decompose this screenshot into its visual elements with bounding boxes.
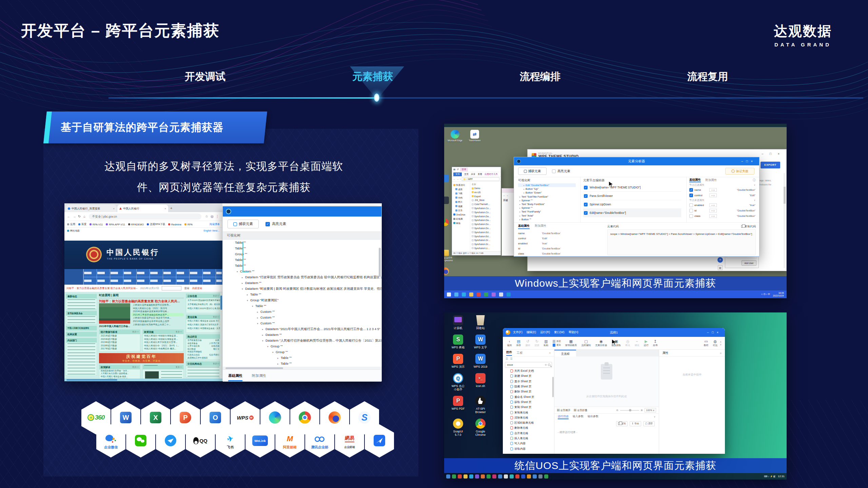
hot-item[interactable]: 公开市场业务在线访谈 [186,345,221,348]
export-log-button[interactable]: ↥ 导出 [630,421,641,426]
add-user-button[interactable]: Add User [742,260,756,266]
control-list-item[interactable]: 插入单元格 [503,436,554,441]
explorer-file-row[interactable]: Syncfusion.Do… [470,226,501,230]
reading-list[interactable]: 阅读清单 [210,223,220,226]
control-list-item[interactable]: 合并单元格 [503,431,554,436]
forward-icon[interactable]: → [457,178,459,180]
taskbar-app-icon[interactable] [492,292,496,297]
browser-vertical-scrollbar[interactable] [220,292,222,379]
explorer-file-row[interactable]: Syncfusion.Gr… [470,238,501,242]
explorer-manage-tab[interactable]: 管理 [460,168,468,171]
control-list-item[interactable]: 删除单元格 [503,425,554,430]
uos-desktop-icon[interactable]: S WPS 表格 [447,334,469,349]
uos-desktop-icon[interactable]: SoapUI5.7.0 [447,419,469,436]
tree-horizontal-scrollbar[interactable] [223,367,381,369]
notice-item[interactable]: 中国人民银行2022年度分行公务员招... [186,306,221,310]
news-item[interactable]: 人民银行副行长刘桂平线上出席二十... [132,323,184,326]
tree-node[interactable]: ▾Group "" [223,343,381,349]
checkbox-unchecked[interactable] [552,169,556,173]
more-link[interactable]: 更多>> [213,294,219,298]
control-list-item[interactable]: 写入内容 [503,441,554,446]
tree-node[interactable]: ▸DataItem "" [223,280,381,286]
uos-desktop-icon[interactable]: W WPS 2019 [469,354,492,368]
explorer-nav-item[interactable]: 文档 [452,196,470,200]
tree-node[interactable]: ▾DataItem "时政要闻 | 新闻 时政要闻区 统计数据与标准区 政策法规… [223,286,381,291]
prop-row[interactable]: ✓enabled= ∨"true" [689,202,755,208]
studio-scrollbar[interactable] [784,173,786,268]
dock-app-icon[interactable] [504,474,508,479]
stats-item[interactable]: 2018年统计数据 [99,344,140,347]
tree-node[interactable]: Table "" [223,257,381,263]
ticker-headline[interactable]: 刘桂平：努力以普惠金融的高质量发展 助力全体人民共同富裕-- [66,287,138,290]
uos-desktop-icon[interactable]: 计算机 [447,315,469,330]
control-list-item[interactable]: 清除单元格 [503,415,554,420]
star-icon[interactable]: ☆ [205,215,208,218]
hot-item[interactable]: 中国货币博物馆 [186,350,221,353]
control-list-item[interactable]: 显示 Sheet 页 [503,379,554,384]
taskbar-app-icon[interactable] [469,292,473,297]
prop-row[interactable]: ✓name= ∨"DoubleTextBox" [689,187,755,192]
tab-basic-props[interactable]: 基础属性 [228,373,242,378]
explorer-file-row[interactable]: Syncfusion.Da… [470,215,501,219]
highlight-element-checkbox[interactable]: 高亮元素 [552,169,570,174]
notice-item[interactable]: 关于2020年度金融科技发展奖评审结... [186,298,221,302]
more-link[interactable]: 更多>> [132,330,139,334]
desktop-icon-firefox[interactable] [444,267,449,275]
reload-icon[interactable]: ↻ [78,215,81,218]
stage-tab[interactable]: 流程编排 [503,70,577,84]
toolbar-item[interactable]: ▢流程编制 [579,339,593,347]
element-code[interactable]: scope > Window[name="WPF THEME STUDIO"] … [607,229,756,255]
verify-failed-button[interactable]: !验证失败 [725,168,754,175]
analyzer-window-buttons[interactable]: –□× [741,157,756,165]
tree-node[interactable]: ▾Custom "" [223,320,381,326]
tree-node[interactable]: Table "" [223,245,381,251]
opinion-item[interactable]: 中国人民银行 银保监会 证监会 外汇局 [186,319,221,323]
node-editor-row[interactable]: ✓Spinner.UpDown [583,200,681,209]
toolbar-item[interactable]: ▦管理依赖库 [563,339,579,347]
taskbar-clock[interactable]: 16:052022/10/24 [773,292,784,297]
explorer-file-row[interactable]: Syncfusion.Co… [470,210,501,215]
explorer-file-row[interactable]: .DS_Store [470,198,501,202]
node-editor-row[interactable]: ✓Window[name="WPF THEME STUDIO"] [583,183,681,192]
dock-app-icon[interactable] [498,474,502,479]
video-thumbnail[interactable] [145,371,159,379]
tab-basic-props[interactable]: 基础属性 [518,224,530,229]
clear-icon[interactable]: ⊗ [545,363,547,366]
control-list-item[interactable]: 隐藏 Sheet 页 [503,384,554,389]
explorer-nav-item[interactable]: 网络 [452,221,470,226]
bookmark-item[interactable]: 百度 [78,223,86,226]
bookmark-item[interactable]: 网站地图 [67,229,80,232]
policy-item[interactable]: 中国人民银行 中央网信办 最高... [143,347,183,350]
toolbar-item[interactable]: ▭教程 [702,339,711,347]
explorer-file-row[interactable]: Syncfusion.Da… [470,218,501,222]
tree-node[interactable]: Group "" [223,251,381,257]
tree-node[interactable]: ▸DataItem "2021年中国人民银行工作会... 2021年中国人民银行… [223,326,381,332]
uos-desktop-icon[interactable]: W WPS 文字 [469,334,492,349]
dock-app-icon[interactable] [452,474,456,479]
control-list-item[interactable]: 新建 Sheet 页 [503,373,554,379]
log-tab[interactable]: 输入参数 [573,414,584,419]
explorer-file-row[interactable]: Syncfusion.Ed… [470,230,501,235]
toolbar-item[interactable]: ◉元素分析器 [593,339,609,347]
tree-node[interactable]: ▾DataItem "人民银行召开金融机构货币信贷形势... 中国人民银行公告〔… [223,338,381,343]
toolbar-item[interactable]: ‹返回 [505,339,514,347]
uos-desktop-icon[interactable]: Q WPS 办公小助手 [447,373,469,391]
policy-item[interactable]: 中国人民银行 中国银行保险监督... [143,334,183,338]
toolbar-item[interactable]: ↥发布 [651,339,660,347]
more-link[interactable]: 更多>> [176,330,182,334]
forward-icon[interactable]: → [73,215,76,218]
uos-desktop-icon[interactable]: P WPS PDF [447,396,469,414]
dock-app-icon[interactable] [446,474,450,479]
tree-node[interactable]: ▸Custom "" [223,314,381,320]
more-link[interactable]: 更多>> [213,362,219,366]
control-list-item[interactable]: 关闭 Excel 文档 [503,368,554,373]
expand-panel-icon[interactable]: » [720,351,722,355]
explorer-nav-item[interactable]: 视频 [452,204,470,209]
control-search-box[interactable]: ⊗ [505,362,552,368]
news-item[interactable]: 中国人民银行公告〔2021〕第23号 [132,307,184,310]
policy-item[interactable]: 中国人民银行 中国银行保险监督... [143,338,183,341]
more-link[interactable]: 更多>> [213,315,219,319]
dock-app-icon[interactable] [463,474,468,479]
hot-item[interactable]: 行政执法信息纪念币发行 [186,353,221,357]
dock-app-icon[interactable] [481,474,485,479]
